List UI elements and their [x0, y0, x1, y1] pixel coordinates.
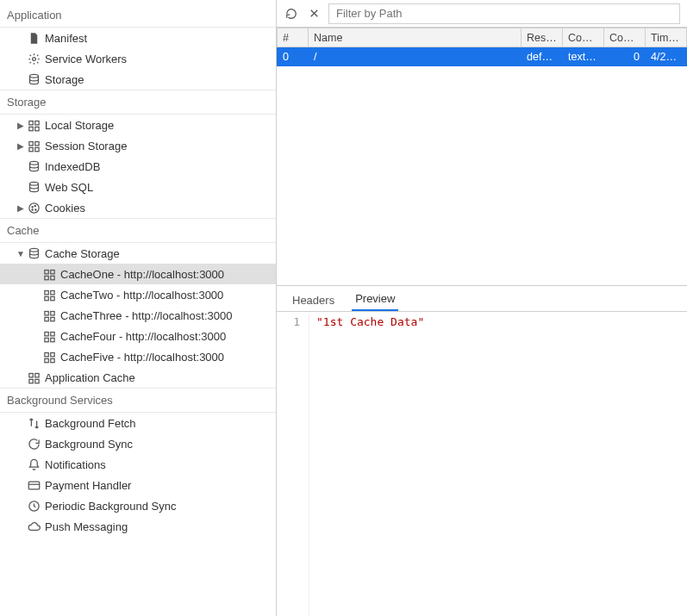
section-header: Cache	[0, 218, 276, 243]
tree-item[interactable]: ▶Session Storage	[0, 135, 276, 156]
svg-rect-34	[44, 352, 47, 356]
tree-item[interactable]: ▶CacheOne - http://localhost:3000	[0, 264, 276, 284]
tree-item[interactable]: ▶Web SQL	[0, 177, 276, 197]
col-header-response-type[interactable]: Resp…	[521, 28, 563, 47]
tree-item-label: Manifest	[41, 32, 87, 45]
svg-point-11	[29, 182, 38, 185]
main-panel: # Name Resp… Cont… Cont… Tim… 0/defa…tex…	[277, 0, 687, 616]
tree-item[interactable]: ▶Local Storage	[0, 115, 276, 135]
tree-item[interactable]: ▶Periodic Background Sync	[0, 495, 276, 516]
tree-item[interactable]: ▶Storage	[0, 69, 276, 90]
tree-item[interactable]: ▶Application Cache	[0, 367, 276, 388]
grid-icon	[26, 119, 41, 132]
svg-rect-3	[34, 121, 38, 124]
svg-rect-33	[50, 338, 53, 341]
col-header-content-length[interactable]: Cont…	[604, 28, 646, 47]
svg-rect-2	[28, 121, 32, 124]
refresh-button[interactable]	[284, 6, 299, 22]
svg-point-16	[32, 208, 33, 209]
svg-point-15	[34, 208, 35, 209]
cloud-icon	[26, 520, 41, 533]
cache-table: # Name Resp… Cont… Cont… Tim… 0/defa…tex…	[277, 28, 687, 286]
col-header-content-type[interactable]: Cont…	[563, 28, 604, 47]
doc-icon	[26, 32, 41, 45]
tree-item-label: Application Cache	[41, 371, 135, 384]
svg-rect-38	[28, 373, 32, 376]
svg-rect-8	[28, 147, 32, 151]
tree-item-label: Session Storage	[41, 140, 127, 152]
svg-rect-32	[44, 338, 47, 341]
preview-content: 1 "1st Cache Data"	[277, 312, 687, 616]
tree-item[interactable]: ▶Background Sync	[0, 433, 276, 454]
svg-point-12	[28, 202, 38, 212]
tree-item[interactable]: ▶CacheFive - http://localhost:3000	[0, 346, 276, 367]
cell-idx: 0	[278, 47, 309, 66]
tree-item[interactable]: ▶Service Workers	[0, 48, 276, 69]
svg-rect-25	[50, 296, 53, 300]
tab-headers[interactable]: Headers	[289, 289, 338, 311]
tree-item-label: Storage	[41, 73, 84, 86]
clock-icon	[26, 500, 41, 513]
svg-rect-26	[44, 311, 47, 314]
filter-input[interactable]	[328, 3, 680, 24]
svg-rect-4	[28, 127, 32, 130]
tree-item[interactable]: ▼Cache Storage	[0, 243, 276, 264]
tree-item[interactable]: ▶IndexedDB	[0, 156, 276, 177]
db-icon	[26, 160, 41, 173]
svg-rect-31	[50, 332, 53, 335]
tree-item[interactable]: ▶Push Messaging	[0, 516, 276, 537]
tree-item[interactable]: ▶Background Fetch	[0, 413, 276, 433]
tree-item[interactable]: ▶CacheFour - http://localhost:3000	[0, 326, 276, 346]
tree-item-label: Cookies	[41, 202, 85, 215]
tree-item-label: Web SQL	[41, 181, 93, 194]
tree-item[interactable]: ▶Payment Handler	[0, 475, 276, 495]
svg-point-17	[29, 248, 38, 252]
col-header-index[interactable]: #	[278, 28, 309, 47]
gear-icon	[26, 53, 41, 65]
tree-item[interactable]: ▶Notifications	[0, 454, 276, 475]
chevron-right-icon[interactable]: ▶	[16, 203, 26, 213]
bell-icon	[26, 458, 41, 471]
chevron-right-icon[interactable]: ▶	[16, 141, 26, 151]
svg-rect-41	[34, 379, 38, 383]
svg-rect-21	[50, 276, 53, 279]
sidebar: Application▶Manifest▶Service Workers▶Sto…	[0, 0, 277, 616]
cell-cl: 0	[604, 47, 646, 66]
db-icon	[26, 247, 41, 260]
col-header-name[interactable]: Name	[309, 28, 521, 47]
tab-preview[interactable]: Preview	[352, 287, 398, 311]
svg-rect-37	[50, 358, 53, 362]
section-header: Background Services	[0, 388, 276, 413]
grid-icon	[26, 371, 41, 384]
cell-name: /	[309, 47, 521, 66]
col-header-time-cached[interactable]: Tim…	[646, 28, 687, 47]
svg-rect-36	[44, 358, 47, 362]
tree-item[interactable]: ▶Cookies	[0, 197, 276, 218]
svg-rect-6	[28, 141, 32, 145]
svg-rect-28	[44, 317, 47, 320]
table-row[interactable]: 0/defa…text/…04/21…	[278, 47, 687, 66]
section-header: Storage	[0, 90, 276, 115]
tree-item-label: CacheTwo - http://localhost:3000	[57, 289, 223, 302]
tree-item-label: Notifications	[41, 458, 106, 471]
db-icon	[26, 181, 41, 194]
clear-button[interactable]	[306, 6, 322, 22]
chevron-right-icon[interactable]: ▶	[16, 121, 26, 130]
svg-point-13	[32, 206, 33, 207]
tree-item-label: CacheOne - http://localhost:3000	[57, 268, 224, 281]
cell-resp: defa…	[521, 47, 563, 66]
svg-rect-23	[50, 290, 53, 294]
tree-item-label: Payment Handler	[41, 479, 131, 492]
tree-item[interactable]: ▶CacheTwo - http://localhost:3000	[0, 284, 276, 305]
svg-rect-40	[28, 379, 32, 383]
svg-rect-19	[50, 270, 53, 273]
grid-icon	[26, 140, 41, 152]
svg-point-14	[34, 205, 35, 206]
chevron-down-icon[interactable]: ▼	[16, 249, 26, 258]
tree-item-label: Background Sync	[41, 438, 133, 451]
tree-item[interactable]: ▶CacheThree - http://localhost:3000	[0, 305, 276, 326]
tree-item[interactable]: ▶Manifest	[0, 28, 276, 48]
svg-point-0	[32, 57, 35, 60]
svg-point-1	[29, 74, 38, 78]
table-body: 0/defa…text/…04/21…	[278, 47, 687, 66]
